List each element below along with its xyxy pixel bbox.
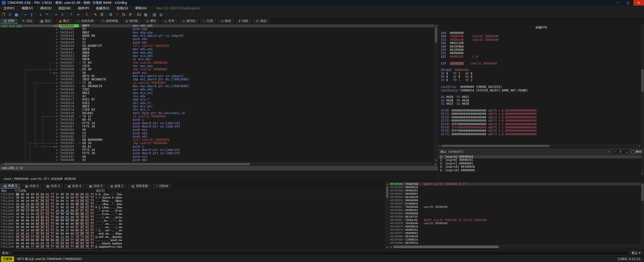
dump-tab-局部变量[interactable]: ▤局部变量 [128, 183, 152, 189]
dump-tab-内存 3[interactable]: ▦内存 3 [43, 183, 64, 189]
row-dot-icon[interactable] [56, 62, 58, 64]
row-dot-icon[interactable] [56, 55, 58, 57]
disasm-row[interactable]: 7669EA518BDAmov ebx,edx [0, 51, 438, 54]
tab-脚本[interactable]: ≣脚本 [142, 18, 160, 24]
stack-row[interactable]: 0019FB7800000201 [389, 228, 644, 232]
disasm-row[interactable]: 7669EA6E33D2xor edx,edx [0, 88, 438, 91]
row-dot-icon[interactable] [56, 136, 58, 138]
disasm-row[interactable]: 7669EA438BECmov ebp,esp [0, 31, 438, 34]
arguments-vertical-scrollbar[interactable]: ▲ ▼ [641, 155, 644, 175]
hide-fpu-toggle[interactable]: 隐藏FPU [536, 25, 547, 30]
breakpoint-icon[interactable] [56, 25, 58, 27]
dump-row[interactable]: 776110201E 00 20 00DC D8 61 771A 00 1C 0… [0, 199, 389, 203]
menu-item-P[interactable]: 插件(P) [74, 6, 93, 11]
menu-item-D[interactable]: 调试(D) [36, 6, 55, 11]
disasm-row[interactable]: 7669EA84FF75 14push dword ptr ss:[ebp+14… [0, 122, 438, 125]
tab-线程[interactable]: ⇉线程 [217, 18, 235, 24]
disasm-row[interactable]: 7669EA69A1 903A6E76mov eax,dword ptr ds:… [0, 85, 438, 88]
argument-row[interactable]: 4: [esp+10] 00160028 [438, 165, 644, 169]
stack-row[interactable]: 0019FB4800000201 [389, 189, 644, 192]
tab-笔记[interactable]: ▤笔记 [37, 18, 55, 24]
row-dot-icon[interactable] [56, 106, 58, 107]
disasm-row[interactable]: 7669EA458B4D 08mov ecx,dword ptr ss:[ebp… [0, 34, 438, 38]
settings-globe-icon[interactable]: ◍ [158, 12, 164, 18]
dump-row[interactable]: 776110C020 0E 64 7730 09 64 7700 00 00 0… [0, 232, 389, 235]
stack-row[interactable]: 0019FB4400690818 [389, 186, 644, 189]
checkbox-icon[interactable] [631, 150, 634, 153]
row-dot-icon[interactable] [56, 69, 58, 70]
row-dot-icon[interactable] [56, 119, 58, 121]
disasm-row[interactable]: 7669EA8074 12▼je user32.7669EA94 [0, 115, 438, 118]
menu-item-V[interactable]: 视图(V) [18, 6, 36, 11]
stack-horizontal-scrollbar[interactable]: ◀ [389, 245, 641, 248]
row-dot-icon[interactable] [56, 159, 58, 161]
disasm-row[interactable]: 7669EA613B35 883A6E76cmp esi,dword ptr d… [0, 78, 438, 81]
stack-row[interactable]: 0019FB880019FD14 [389, 241, 644, 245]
dump-tab-内存 4[interactable]: ▦内存 4 [64, 183, 85, 189]
row-dot-icon[interactable] [56, 112, 58, 114]
disasm-row[interactable]: 7669EA4AE8 D64BFCFFcall user32.76663625 [0, 44, 438, 48]
tab-引用[interactable]: ⌕引用 [200, 18, 217, 24]
dump-row[interactable]: 776110B022 00 24 0090 8C 61 772A 00 2C 0… [0, 229, 389, 232]
disasm-row[interactable]: 7669EA826A 01push 1 [0, 118, 438, 121]
disasm-row[interactable]: 7669EA92EB 10▼jmp user32.7669EAA4 [0, 142, 438, 145]
menu-item-F[interactable]: 文件(F) [0, 6, 18, 11]
dump-row[interactable]: 7761104030 00 32 004C D8 61 772C 00 2E 0… [0, 206, 389, 209]
argument-row[interactable]: 1: [esp+4] 00690818 [438, 155, 644, 158]
row-dot-icon[interactable] [56, 65, 58, 67]
row-dot-icon[interactable] [56, 75, 58, 77]
row-dot-icon[interactable] [56, 116, 58, 117]
row-dot-icon[interactable] [56, 38, 58, 40]
disasm-row[interactable]: 7669EA7242inc edx [0, 95, 438, 98]
disasm-row[interactable]: 7669EA5E8B75 0Cmov esi,dword ptr ss:[ebp… [0, 75, 438, 78]
disasm-row[interactable]: 7669EA7D841401test byte ptr ds:[ecx+eax]… [0, 112, 438, 115]
dump-row[interactable]: 776110D040 18 64 7750 1A 64 7790 12 64 7… [0, 235, 389, 239]
tab-调用堆栈[interactable]: ❐调用堆栈 [98, 18, 122, 24]
tab-跟踪[interactable]: ⁂跟踪 [252, 18, 270, 24]
disasm-row[interactable]: 7669EA76D3E2shl edx,cl [0, 102, 438, 105]
stack-row[interactable]: 0019FB5000160028 [389, 195, 644, 199]
step-over-icon[interactable]: ↷ [44, 12, 50, 18]
row-dot-icon[interactable] [56, 142, 58, 144]
disasm-row[interactable]: 7669EA87FF75 10push dword ptr ss:[ebp+10… [0, 125, 438, 128]
disasm-row[interactable]: 7669EA788BCEmov ecx,esi [0, 105, 438, 108]
open-file-icon[interactable]: ❒ [0, 12, 7, 18]
stack-row[interactable]: 0019FB6400000000 [389, 212, 644, 215]
stack-row[interactable]: 0019FB6C766652AC返回到 user32.766652AC 自 us… [389, 218, 644, 222]
disasm-row[interactable]: 7669EA5775 04▼jne user32.7669EA5D [0, 61, 438, 64]
stack-panel[interactable]: 0019FB40766847AB返回到 user32.766847AB 自 ??… [389, 182, 644, 249]
skip-exception-icon[interactable]: S [83, 12, 90, 18]
disasm-row[interactable]: 7669EA99FF75 10push dword ptr ss:[ebp+10… [0, 152, 438, 155]
step-into-icon[interactable]: ↓ [37, 12, 44, 18]
argument-row[interactable]: 3: [esp+C] 00000001 [438, 162, 644, 165]
row-dot-icon[interactable] [56, 72, 58, 74]
stack-row[interactable]: 0019FB84C1880E33 [389, 238, 644, 241]
dump-row[interactable]: 7761108006 00 08 00A0 8D 61 7706 00 08 0… [0, 219, 389, 222]
stack-row[interactable]: 0019FB680019FC4C [389, 215, 644, 218]
row-dot-icon[interactable] [56, 126, 58, 127]
dump-tab-内存 1[interactable]: ▦内存 1 [0, 183, 21, 189]
dump-row[interactable]: 776110E000 00 00 0000 00 00 0060 24 64 7… [0, 239, 389, 242]
maximize-button[interactable]: □ [623, 0, 633, 6]
tab-SEH链[interactable]: §SEH链 [122, 18, 142, 24]
disasm-row[interactable]: 7669EA96FF75 14push dword ptr ss:[ebp+14… [0, 148, 438, 152]
registers-vertical-scrollbar[interactable] [641, 24, 644, 147]
disasm-row[interactable]: 7669EA408BFFmov edi,edi [0, 24, 438, 27]
tab-句柄[interactable]: ⫼句柄 [235, 18, 252, 24]
stack-row[interactable]: 0019FB8000160028 [389, 235, 644, 238]
dump-tab-监视 1[interactable]: ◉监视 1 [107, 183, 127, 189]
compare-icon[interactable]: ⧉ [107, 12, 114, 18]
minimize-button[interactable]: ─ [612, 0, 623, 6]
run-icon[interactable]: → [22, 12, 28, 18]
dump-row[interactable]: 776110A008 00 0A 0060 83 61 771C 00 1E 0… [0, 225, 389, 229]
run-to-return-icon[interactable]: ⇒ [53, 12, 59, 18]
disasm-row[interactable]: 7669EA550BCBor ecx,ebx [0, 58, 438, 61]
stack-row[interactable]: 0019FB4C00000001 [389, 192, 644, 195]
tab-日志[interactable]: ✎日志 [19, 18, 36, 24]
menu-item-H[interactable]: 帮助(H) [132, 6, 150, 11]
row-dot-icon[interactable] [56, 79, 58, 80]
stack-row[interactable]: 0019FB7400690818 [389, 225, 644, 228]
font-icon[interactable]: Aᴢ [136, 12, 142, 18]
stack-vertical-scrollbar[interactable] [641, 182, 644, 249]
disassembly-panel[interactable]: EIP ECX EBX 7669EA408BFFmov edi,edi7669E… [0, 24, 438, 166]
